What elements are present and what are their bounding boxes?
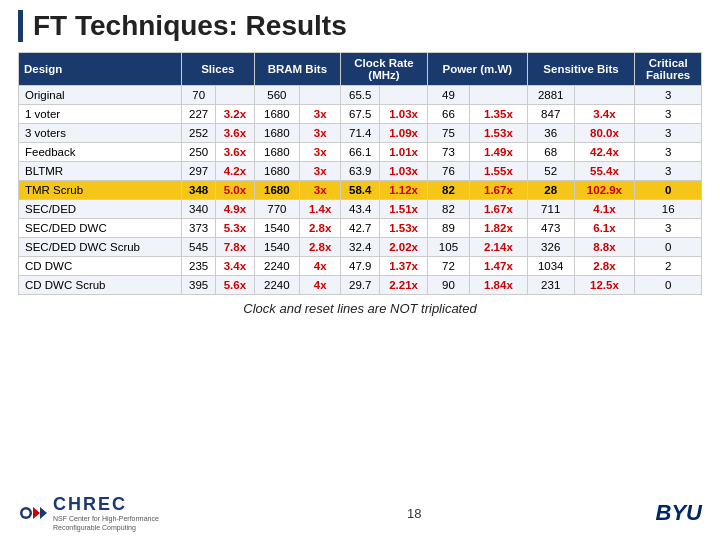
table-cell: 3: [635, 105, 702, 124]
table-cell: 4.9x: [216, 200, 254, 219]
table-cell: 5.0x: [216, 181, 254, 200]
table-cell: 847: [527, 105, 574, 124]
page-title: FT Techniques: Results: [18, 10, 702, 42]
table-cell: 5.3x: [216, 219, 254, 238]
table-cell: 1.09x: [380, 124, 428, 143]
table-cell: 1680: [254, 162, 300, 181]
table-cell: 32.4: [341, 238, 380, 257]
col-header-slices: Slices: [182, 53, 254, 86]
table-cell: [300, 86, 341, 105]
table-cell: 2: [635, 257, 702, 276]
table-cell: 2881: [527, 86, 574, 105]
svg-marker-3: [40, 507, 47, 519]
table-cell: 4x: [300, 257, 341, 276]
chrec-icon: [18, 498, 48, 528]
table-cell: 3.6x: [216, 143, 254, 162]
table-cell: 1680: [254, 105, 300, 124]
table-cell: [380, 86, 428, 105]
chrec-logo-sub: NSF Center for High-Performance Reconfig…: [53, 515, 173, 532]
table-cell: 1.55x: [470, 162, 528, 181]
table-cell: 89: [427, 219, 469, 238]
table-cell: 43.4: [341, 200, 380, 219]
table-cell: 1680: [254, 124, 300, 143]
table-cell: 73: [427, 143, 469, 162]
footer-note: Clock and reset lines are NOT triplicate…: [18, 301, 702, 316]
table-cell: 3x: [300, 105, 341, 124]
table-cell: 12.5x: [574, 276, 635, 295]
chrec-logo-text: CHREC: [53, 494, 173, 515]
table-cell: 1.67x: [470, 200, 528, 219]
table-cell: 71.4: [341, 124, 380, 143]
table-cell: 66.1: [341, 143, 380, 162]
table-cell: 3x: [300, 143, 341, 162]
table-cell: 82: [427, 200, 469, 219]
table-cell: 1.53x: [470, 124, 528, 143]
table-cell: CD DWC Scrub: [19, 276, 182, 295]
table-cell: 1.53x: [380, 219, 428, 238]
table-cell: 49: [427, 86, 469, 105]
table-cell: [216, 86, 254, 105]
table-cell: 82: [427, 181, 469, 200]
table-cell: 560: [254, 86, 300, 105]
table-cell: 395: [182, 276, 216, 295]
svg-point-1: [23, 510, 30, 517]
table-cell: 7.8x: [216, 238, 254, 257]
table-cell: 3x: [300, 181, 341, 200]
table-cell: 1 voter: [19, 105, 182, 124]
col-header-sensitive: Sensitive Bits: [527, 53, 634, 86]
table-cell: 47.9: [341, 257, 380, 276]
col-header-critical: CriticalFailures: [635, 53, 702, 86]
col-header-clock: Clock Rate(MHz): [341, 53, 428, 86]
table-cell: 227: [182, 105, 216, 124]
table-cell: 3: [635, 219, 702, 238]
table-cell: 3.2x: [216, 105, 254, 124]
table-cell: 63.9: [341, 162, 380, 181]
table-cell: [574, 86, 635, 105]
table-cell: 1.35x: [470, 105, 528, 124]
table-cell: 5.6x: [216, 276, 254, 295]
table-cell: 2.02x: [380, 238, 428, 257]
table-cell: 42.7: [341, 219, 380, 238]
table-cell: 4.2x: [216, 162, 254, 181]
table-cell: 1.67x: [470, 181, 528, 200]
table-cell: 8.8x: [574, 238, 635, 257]
table-cell: 2.14x: [470, 238, 528, 257]
table-cell: 58.4: [341, 181, 380, 200]
table-cell: CD DWC: [19, 257, 182, 276]
table-cell: 72: [427, 257, 469, 276]
table-cell: 2.8x: [300, 219, 341, 238]
table-cell: 3: [635, 162, 702, 181]
table-cell: 545: [182, 238, 216, 257]
results-table: Design Slices BRAM Bits Clock Rate(MHz) …: [18, 52, 702, 295]
table-cell: 231: [527, 276, 574, 295]
table-cell: 16: [635, 200, 702, 219]
table-cell: Feedback: [19, 143, 182, 162]
table-cell: 235: [182, 257, 216, 276]
table-cell: 29.7: [341, 276, 380, 295]
table-cell: SEC/DED DWC: [19, 219, 182, 238]
table-cell: SEC/DED: [19, 200, 182, 219]
table-cell: Original: [19, 86, 182, 105]
table-cell: 252: [182, 124, 216, 143]
table-cell: 3.4x: [574, 105, 635, 124]
table-cell: 1.4x: [300, 200, 341, 219]
table-cell: 67.5: [341, 105, 380, 124]
table-cell: 6.1x: [574, 219, 635, 238]
table-cell: 1540: [254, 219, 300, 238]
table-cell: 42.4x: [574, 143, 635, 162]
table-cell: 65.5: [341, 86, 380, 105]
table-cell: 55.4x: [574, 162, 635, 181]
table-cell: 1680: [254, 143, 300, 162]
table-cell: 297: [182, 162, 216, 181]
page: FT Techniques: Results Design Slices BRA…: [0, 0, 720, 540]
table-cell: 52: [527, 162, 574, 181]
table-cell: 1.82x: [470, 219, 528, 238]
table-cell: 4x: [300, 276, 341, 295]
logo-chrec: CHREC NSF Center for High-Performance Re…: [18, 494, 173, 532]
table-cell: 1034: [527, 257, 574, 276]
table-cell: 2.8x: [300, 238, 341, 257]
table-cell: 770: [254, 200, 300, 219]
table-cell: 68: [527, 143, 574, 162]
table-cell: 3: [635, 86, 702, 105]
table-cell: 1.12x: [380, 181, 428, 200]
